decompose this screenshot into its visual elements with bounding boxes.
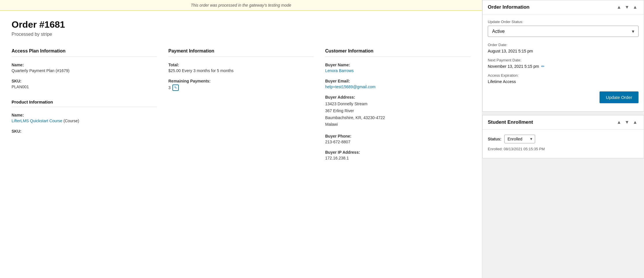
order-info-panel-header: Order Information ▲ ▼ ▲ bbox=[483, 0, 644, 14]
product-name-suffix: (Course) bbox=[62, 119, 79, 123]
access-plan-sku-label: SKU: bbox=[12, 79, 157, 83]
order-date-group: Order Date: August 13, 2021 5:15 pm bbox=[488, 43, 639, 53]
order-info-panel-controls: ▲ ▼ ▲ bbox=[615, 4, 639, 10]
order-info-collapse-down-btn[interactable]: ▼ bbox=[623, 4, 630, 10]
enrollment-status-row: Status: Enrolled Expired Cancelled ▼ bbox=[488, 135, 639, 143]
access-plan-name-value: Quarterly Payment Plan (#1679) bbox=[12, 68, 157, 73]
access-expiration-label: Access Expiration: bbox=[488, 73, 639, 78]
buyer-ip-value: 172.16.238.1 bbox=[325, 156, 470, 160]
remaining-payments-label: Remaining Payments: bbox=[168, 79, 314, 83]
payment-total-value: $25.00 Every 3 months for 5 months bbox=[168, 68, 314, 73]
buyer-phone-value: 213-672-8807 bbox=[325, 140, 470, 144]
access-expiration-group: Access Expiration: Lifetime Access bbox=[488, 73, 639, 84]
buyer-name-link[interactable]: Lenora Barrows bbox=[325, 68, 354, 73]
buyer-email-value: help+test15689@gmail.com bbox=[325, 84, 470, 89]
student-enrollment-panel-controls: ▲ ▼ ▲ bbox=[615, 119, 639, 125]
buyer-address-label: Buyer Address: bbox=[325, 95, 470, 99]
payment-total-label: Total: bbox=[168, 63, 314, 67]
order-date-value: August 13, 2021 5:15 pm bbox=[488, 49, 639, 53]
buyer-name-label: Buyer Name: bbox=[325, 63, 470, 67]
access-plan-header: Access Plan Information bbox=[12, 48, 157, 57]
student-enrollment-panel-title: Student Enrollment bbox=[488, 119, 533, 125]
next-payment-value: November 13, 2021 5:15 pm bbox=[488, 64, 539, 69]
enrollment-status-select[interactable]: Enrolled Expired Cancelled bbox=[504, 135, 535, 143]
address-line1: 13423 Donnelly Stream bbox=[325, 101, 470, 108]
status-select-wrapper: Active Pending Cancelled Refunded Comple… bbox=[488, 26, 639, 37]
update-status-label: Update Order Status: bbox=[488, 20, 639, 24]
access-plan-column: Access Plan Information Name: Quarterly … bbox=[12, 48, 168, 161]
buyer-email-label: Buyer Email: bbox=[325, 79, 470, 83]
order-info-collapse-up-btn[interactable]: ▲ bbox=[615, 4, 622, 10]
student-enrollment-panel-body: Status: Enrolled Expired Cancelled ▼ Enr… bbox=[483, 129, 644, 158]
order-info-panel-title: Order Information bbox=[488, 4, 530, 10]
buyer-ip-label: Buyer IP Address: bbox=[325, 150, 470, 155]
student-enrollment-panel-header: Student Enrollment ▲ ▼ ▲ bbox=[483, 115, 644, 129]
product-name-label: Name: bbox=[12, 113, 157, 117]
enrollment-select-wrapper: Enrolled Expired Cancelled ▼ bbox=[504, 135, 535, 143]
buyer-phone-label: Buyer Phone: bbox=[325, 134, 470, 138]
access-plan-name-label: Name: bbox=[12, 63, 157, 67]
address-line4: Malawi bbox=[325, 121, 470, 128]
testing-banner: This order was processed in the gateway'… bbox=[0, 0, 482, 11]
address-line3: Baumbachshire, KR, 43230-4722 bbox=[325, 114, 470, 121]
next-payment-label: Next Payment Date: bbox=[488, 58, 639, 62]
remaining-payments-row: 3 ✎ bbox=[168, 84, 314, 91]
payment-column: Payment Information Total: $25.00 Every … bbox=[168, 48, 325, 161]
access-plan-sku-value: PLAN001 bbox=[12, 84, 157, 89]
product-name-link[interactable]: LifterLMS Quickstart Course bbox=[12, 119, 62, 123]
buyer-email-link[interactable]: help+test15689@gmail.com bbox=[325, 84, 375, 89]
order-info-toggle-btn[interactable]: ▲ bbox=[632, 4, 639, 10]
order-info-panel-body: Update Order Status: Active Pending Canc… bbox=[483, 14, 644, 111]
order-date-label: Order Date: bbox=[488, 43, 639, 47]
enrollment-status-label: Status: bbox=[488, 137, 501, 141]
enrolled-date: Enrolled: 08/13/2021 05:15:35 PM bbox=[488, 147, 639, 151]
remaining-payments-edit-icon[interactable]: ✎ bbox=[172, 84, 179, 91]
product-info-header: Product Information bbox=[12, 99, 157, 107]
payment-header: Payment Information bbox=[168, 48, 314, 57]
main-content: This order was processed in the gateway'… bbox=[0, 0, 482, 278]
access-expiration-value: Lifetime Access bbox=[488, 79, 639, 84]
enrollment-collapse-up-btn[interactable]: ▲ bbox=[615, 119, 622, 125]
enrollment-collapse-down-btn[interactable]: ▼ bbox=[623, 119, 630, 125]
customer-header: Customer Information bbox=[325, 48, 470, 57]
remaining-payments-value: 3 bbox=[168, 85, 171, 90]
address-line2: 367 Erling River bbox=[325, 108, 470, 114]
next-payment-row: November 13, 2021 5:15 pm ✏ bbox=[488, 64, 639, 69]
product-name-value: LifterLMS Quickstart Course (Course) bbox=[12, 119, 157, 123]
enrollment-toggle-btn[interactable]: ▲ bbox=[632, 119, 639, 125]
order-info-panel: Order Information ▲ ▼ ▲ Update Order Sta… bbox=[482, 0, 644, 112]
sidebar: Order Information ▲ ▼ ▲ Update Order Sta… bbox=[482, 0, 644, 278]
next-payment-group: Next Payment Date: November 13, 2021 5:1… bbox=[488, 58, 639, 69]
order-subtitle: Processed by stripe bbox=[12, 32, 470, 37]
buyer-address-value: 13423 Donnelly Stream 367 Erling River B… bbox=[325, 101, 470, 128]
customer-column: Customer Information Buyer Name: Lenora … bbox=[325, 48, 470, 161]
product-sku-label: SKU: bbox=[12, 129, 157, 134]
student-enrollment-panel: Student Enrollment ▲ ▼ ▲ Status: Enrolle… bbox=[482, 115, 644, 158]
buyer-name-value: Lenora Barrows bbox=[325, 68, 470, 73]
status-select[interactable]: Active Pending Cancelled Refunded Comple… bbox=[488, 26, 639, 37]
update-order-button[interactable]: Update Order bbox=[600, 91, 639, 103]
order-title: Order #1681 bbox=[12, 19, 470, 30]
next-payment-edit-icon[interactable]: ✏ bbox=[541, 64, 545, 69]
